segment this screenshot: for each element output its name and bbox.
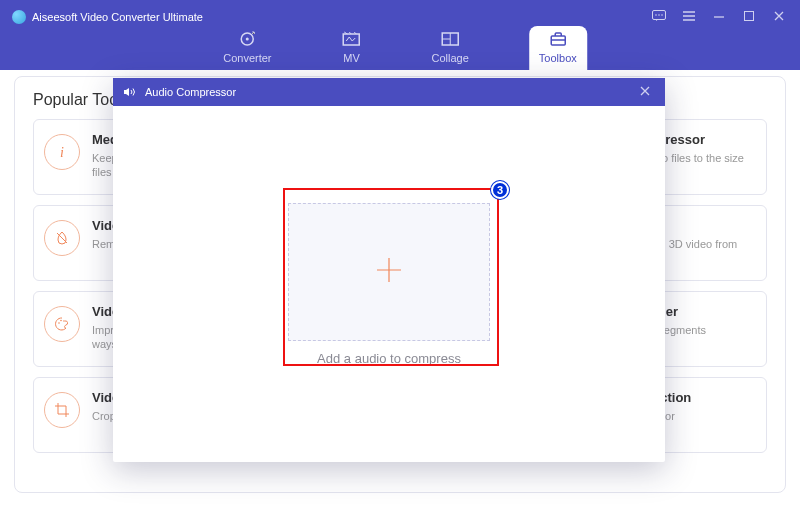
tab-toolbox[interactable]: Toolbox <box>529 26 587 70</box>
maximize-button[interactable] <box>734 6 764 26</box>
tab-label: Toolbox <box>539 52 577 64</box>
mv-icon <box>342 30 362 48</box>
watermark-icon <box>44 220 80 256</box>
svg-point-6 <box>246 38 249 41</box>
tab-label: Collage <box>432 52 469 64</box>
app-logo-icon <box>12 10 26 24</box>
speaker-icon <box>123 86 137 98</box>
svg-point-1 <box>655 14 657 16</box>
titlebar: Aiseesoft Video Converter Ultimate Conve… <box>0 0 800 70</box>
minimize-button[interactable] <box>704 6 734 26</box>
toolbox-icon <box>548 30 568 48</box>
tab-label: MV <box>343 52 360 64</box>
svg-point-3 <box>661 14 663 16</box>
tab-label: Converter <box>223 52 271 64</box>
modal-titlebar: Audio Compressor <box>113 78 665 106</box>
collage-icon <box>440 30 460 48</box>
info-icon: i <box>44 134 80 170</box>
svg-point-14 <box>63 320 65 322</box>
annotation-badge: 3 <box>491 181 509 199</box>
add-audio-dropzone[interactable] <box>288 203 490 341</box>
feedback-icon[interactable] <box>644 6 674 26</box>
modal-title: Audio Compressor <box>145 86 236 98</box>
svg-point-12 <box>58 322 60 324</box>
main-tabs: Converter MV Collage Toolbox <box>213 26 587 70</box>
svg-text:i: i <box>60 145 64 160</box>
converter-icon <box>237 30 257 48</box>
tab-mv[interactable]: MV <box>332 26 372 70</box>
tab-converter[interactable]: Converter <box>213 26 281 70</box>
modal-body: Add a audio to compress <box>113 106 665 462</box>
dropzone-hint: Add a audio to compress <box>317 351 461 366</box>
plus-icon <box>371 252 407 292</box>
palette-icon <box>44 306 80 342</box>
modal-close-button[interactable] <box>635 84 655 100</box>
close-button[interactable] <box>764 6 794 26</box>
svg-point-2 <box>658 14 660 16</box>
menu-icon[interactable] <box>674 6 704 26</box>
app-title-text: Aiseesoft Video Converter Ultimate <box>32 11 203 23</box>
svg-rect-4 <box>745 12 754 21</box>
window-controls <box>644 6 794 26</box>
app-title: Aiseesoft Video Converter Ultimate <box>12 10 203 24</box>
svg-point-13 <box>60 320 62 322</box>
crop-icon <box>44 392 80 428</box>
audio-compressor-modal: Audio Compressor Add a audio to compress… <box>113 78 665 462</box>
tab-collage[interactable]: Collage <box>422 26 479 70</box>
